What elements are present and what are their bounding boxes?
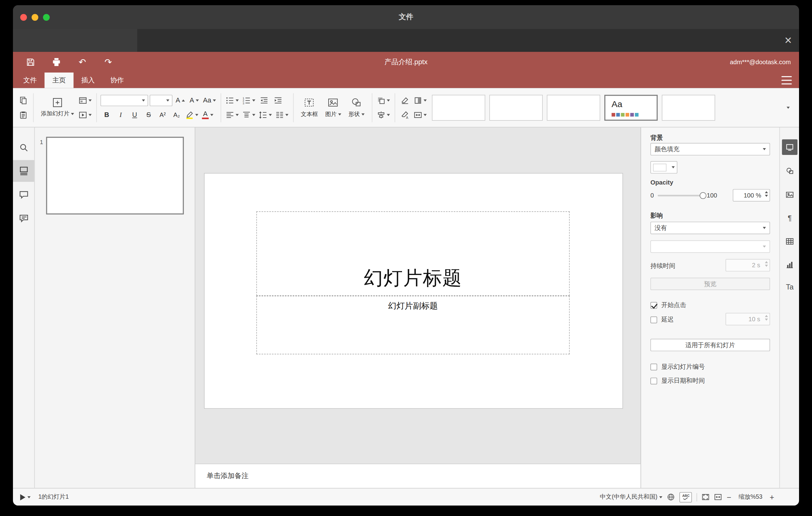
theme-color-strip (611, 113, 638, 116)
panel-tab-chart-settings[interactable] (782, 257, 798, 273)
fit-to-width-button[interactable] (715, 493, 722, 501)
checkbox-icon[interactable] (650, 378, 657, 384)
insert-image-button[interactable]: 图片 (321, 96, 345, 119)
apply-to-all-slides-button[interactable]: 适用于所有幻灯片 (650, 339, 770, 351)
opacity-input[interactable]: 100 % (733, 189, 770, 202)
align-objects-button[interactable] (376, 109, 391, 121)
increase-font-button[interactable]: A (174, 94, 186, 107)
panel-tab-paragraph-settings[interactable]: ¶ (782, 210, 798, 226)
sidebar-item-comments[interactable] (13, 184, 34, 206)
opacity-slider[interactable] (658, 189, 703, 202)
maximize-traffic-light[interactable] (43, 13, 50, 20)
decrease-font-button[interactable]: A (188, 94, 200, 107)
panel-tab-textart-settings[interactable]: Ta (782, 279, 798, 295)
bullet-list-button[interactable] (225, 94, 240, 107)
start-slideshow-status-button[interactable] (20, 494, 31, 500)
font-name-select[interactable] (100, 94, 148, 106)
numbered-list-button[interactable]: 123 (241, 94, 256, 107)
tab-file[interactable]: 文件 (16, 73, 45, 88)
italic-button[interactable]: I (114, 109, 127, 121)
slide[interactable]: 幻灯片标题 幻灯片副标题 (205, 173, 622, 408)
chevron-down-icon (660, 496, 663, 498)
panel-tab-slide-settings[interactable] (782, 140, 798, 155)
spinner-arrows[interactable] (765, 191, 768, 197)
superscript-button[interactable]: A² (156, 109, 169, 121)
increase-indent-button[interactable] (272, 94, 284, 107)
decrease-indent-button[interactable] (258, 94, 270, 107)
insert-shape-button[interactable]: 形状 (345, 96, 368, 119)
start-on-click-checkbox-row[interactable]: 开始点击 (650, 301, 686, 310)
show-date-time-checkbox-row[interactable]: 显示日期和时间 (650, 376, 705, 385)
tab-home[interactable]: 主页 (45, 73, 74, 88)
tab-insert[interactable]: 插入 (74, 73, 103, 88)
checkbox-icon[interactable] (650, 364, 657, 370)
arrange-shapes-button[interactable] (376, 94, 391, 107)
undo-icon[interactable]: ↶ (77, 57, 88, 67)
theme-gallery-expand-button[interactable] (781, 93, 795, 122)
theme-item[interactable] (432, 94, 485, 120)
zoom-in-button[interactable]: + (770, 493, 774, 501)
start-slideshow-button[interactable] (78, 109, 93, 121)
tab-collaboration[interactable]: 协作 (103, 73, 132, 88)
show-slide-number-checkbox-row[interactable]: 显示幻灯片编号 (650, 363, 705, 372)
language-selector[interactable]: 中文(中华人民共和国) (600, 493, 662, 501)
fit-to-slide-button[interactable] (702, 493, 709, 501)
editor-center: 幻灯片标题 幻灯片副标题 单击添加备注 (195, 127, 641, 488)
underline-button[interactable]: U (128, 109, 141, 121)
title-placeholder[interactable]: 幻灯片标题 (256, 211, 570, 296)
bold-button[interactable]: B (100, 109, 113, 121)
effect-select[interactable]: 没有 (650, 222, 770, 234)
panel-tab-shape-settings[interactable] (782, 163, 798, 179)
subtitle-placeholder[interactable]: 幻灯片副标题 (256, 296, 570, 354)
font-size-select[interactable] (150, 94, 172, 106)
checkbox-checked-icon[interactable] (650, 302, 657, 309)
change-case-button[interactable]: Aa (202, 94, 217, 107)
theme-item-selected[interactable]: Aa (604, 94, 658, 120)
clear-style-button[interactable]: A (399, 109, 411, 121)
font-color-button[interactable]: A (201, 109, 214, 121)
close-icon[interactable]: × (785, 34, 792, 47)
close-traffic-light[interactable] (20, 13, 27, 20)
add-slide-button[interactable]: 添加幻灯片 (37, 96, 78, 118)
zoom-out-button[interactable]: − (727, 493, 731, 501)
line-spacing-button[interactable] (258, 109, 273, 121)
notes-area[interactable]: 单击添加备注 (195, 463, 641, 488)
document-language-button[interactable] (667, 493, 675, 501)
shape-fill-button[interactable] (413, 94, 428, 107)
panel-tab-table-settings[interactable] (782, 234, 798, 249)
highlight-color-button[interactable] (184, 109, 200, 121)
sidebar-item-slides[interactable] (13, 160, 34, 182)
sidebar-item-chat[interactable] (13, 207, 34, 229)
save-icon[interactable] (25, 57, 36, 67)
theme-item[interactable] (489, 94, 543, 120)
horizontal-align-button[interactable] (225, 109, 240, 121)
delay-value: 10 s (749, 315, 760, 323)
insert-textbox-button[interactable]: 文本框 (297, 96, 321, 119)
sidebar-item-search[interactable] (13, 137, 34, 158)
checkbox-icon[interactable] (650, 317, 657, 323)
redo-icon[interactable]: ↷ (103, 57, 114, 67)
slide-size-button[interactable] (413, 109, 428, 121)
opacity-slider-knob[interactable] (699, 192, 706, 199)
italic-glyph: I (119, 111, 121, 118)
spellcheck-button[interactable]: ABC (680, 492, 692, 503)
select-tool-button[interactable] (399, 94, 411, 107)
paste-icon[interactable] (17, 109, 29, 121)
slide-layout-button[interactable] (78, 94, 93, 107)
vertical-align-button[interactable] (241, 109, 256, 121)
delay-checkbox-row[interactable]: 延迟 (650, 315, 674, 324)
background-fill-select[interactable]: 颜色填充 (650, 143, 770, 155)
strikeout-button[interactable]: S (143, 109, 155, 121)
menu-icon[interactable] (781, 76, 792, 85)
columns-button[interactable] (274, 109, 289, 121)
slide-thumbnail[interactable] (46, 137, 183, 214)
copy-icon[interactable] (17, 94, 29, 107)
traffic-lights (20, 5, 50, 29)
subscript-button[interactable]: A₂ (170, 109, 183, 121)
minimize-traffic-light[interactable] (31, 13, 38, 20)
panel-tab-image-settings[interactable] (782, 187, 798, 202)
print-icon[interactable] (51, 57, 62, 67)
theme-item[interactable] (662, 94, 715, 120)
background-color-select[interactable] (650, 161, 677, 173)
theme-item[interactable] (547, 94, 600, 120)
